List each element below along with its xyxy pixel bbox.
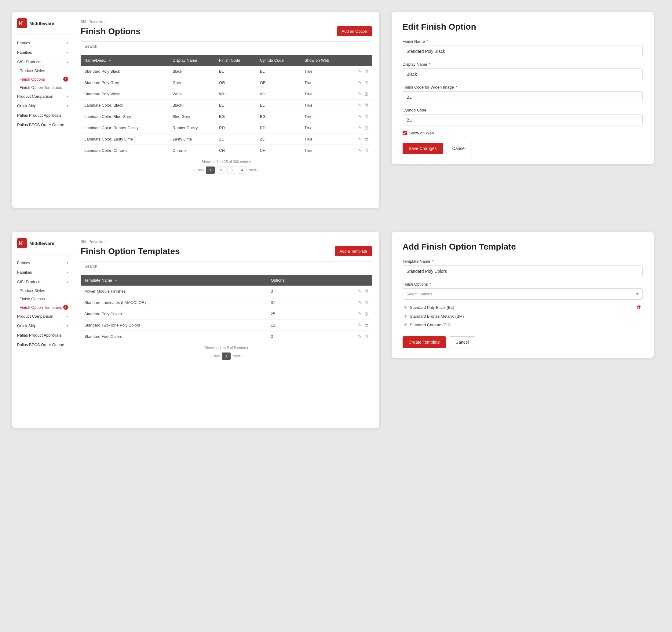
cell-show-on-web: True bbox=[301, 122, 347, 133]
delete-row-icon[interactable]: 🗑 bbox=[364, 114, 368, 119]
page-1-button-2[interactable]: 1 bbox=[222, 353, 231, 360]
delete-template-icon[interactable]: 🗑 bbox=[364, 300, 368, 305]
cell-finish-code: RD bbox=[215, 122, 256, 133]
next-button-2[interactable]: Next › bbox=[233, 354, 242, 358]
display-name-input[interactable] bbox=[403, 68, 643, 80]
delete-row-icon[interactable]: 🗑 bbox=[364, 148, 368, 153]
edit-template-icon[interactable]: ✎ bbox=[358, 322, 362, 327]
nav-badge: ! bbox=[63, 77, 68, 81]
sidebar-sub-finish-option-templates-2[interactable]: Finish Option Templates ! bbox=[12, 303, 73, 312]
col-finish-code: Finish Code bbox=[215, 55, 256, 66]
sidebar-item-quick-ship-2[interactable]: Quick Ship ▾ bbox=[12, 321, 73, 331]
sidebar-item-families-2[interactable]: Families ▾ bbox=[12, 268, 73, 277]
edit-row-icon[interactable]: ✎ bbox=[358, 103, 362, 107]
edit-template-icon[interactable]: ✎ bbox=[358, 289, 362, 294]
sidebar-item-product-comparison-2[interactable]: Product Comparison ▾ bbox=[12, 312, 73, 321]
chevron-down-icon: ▾ bbox=[67, 41, 68, 45]
sidebar-item-pallas-bpcs-2[interactable]: Pallas BPCS Order Queue bbox=[12, 340, 73, 349]
edit-template-icon[interactable]: ✎ bbox=[358, 300, 362, 305]
finish-name-input[interactable] bbox=[403, 46, 643, 57]
col-options: Options bbox=[267, 275, 324, 286]
table-row: Standard Poly Grey Grey GR GR True ✎ 🗑 bbox=[81, 77, 372, 88]
sort-icon-2[interactable]: ▼ bbox=[115, 279, 118, 282]
col-template-actions bbox=[324, 275, 372, 286]
edit-row-icon[interactable]: ✎ bbox=[358, 137, 362, 141]
edit-row-icon[interactable]: ✎ bbox=[358, 91, 362, 96]
cancel-button[interactable]: Cancel bbox=[446, 143, 472, 154]
add-option-button[interactable]: Add an Option bbox=[337, 26, 372, 37]
delete-row-icon[interactable]: 🗑 bbox=[364, 137, 368, 141]
show-on-web-checkbox[interactable] bbox=[403, 131, 407, 135]
delete-template-icon[interactable]: 🗑 bbox=[364, 289, 368, 294]
cell-cylindo-code: BG bbox=[256, 111, 301, 122]
finish-options-table: Name/Desc. ▼ Display Name Finish Code Cy… bbox=[81, 55, 372, 156]
sidebar-item-product-comparison[interactable]: Product Comparison ▾ bbox=[12, 92, 73, 101]
sidebar-item-sisi-products[interactable]: SISI Products ▴ bbox=[12, 57, 73, 67]
chevron-down-icon: ▾ bbox=[67, 95, 68, 98]
chevron-up-icon-2: ▴ bbox=[67, 280, 68, 284]
drag-handle-icon[interactable]: ✚ bbox=[404, 305, 407, 310]
template-name-input[interactable] bbox=[403, 265, 643, 277]
sidebar-sub-finish-option-templates[interactable]: Finish Option Templates bbox=[12, 83, 73, 92]
page-1-button[interactable]: 1 bbox=[206, 167, 215, 174]
delete-row-icon[interactable]: 🗑 bbox=[364, 91, 368, 96]
edit-row-icon[interactable]: ✎ bbox=[358, 148, 362, 153]
table-row: Laminate Color: Rubber Ducky Rubber Duck… bbox=[81, 122, 372, 133]
delete-template-icon[interactable]: 🗑 bbox=[364, 322, 368, 327]
col-show-on-web: Show on Web bbox=[301, 55, 347, 66]
delete-row-icon[interactable]: 🗑 bbox=[364, 80, 368, 85]
pagination-2[interactable]: ‹ Prev 1 Next › bbox=[84, 353, 368, 360]
delete-row-icon[interactable]: 🗑 bbox=[364, 69, 368, 74]
chevron-down-icon-5: ▾ bbox=[67, 324, 68, 327]
sidebar-item-pallas-bpcs[interactable]: Pallas BPCS Order Queue bbox=[12, 120, 73, 129]
edit-row-icon[interactable]: ✎ bbox=[358, 69, 362, 74]
delete-row-icon[interactable]: 🗑 bbox=[364, 125, 368, 130]
prev-button-2[interactable]: ‹ Prev bbox=[210, 354, 220, 358]
sidebar-item-fabrics[interactable]: Fabrics ▾ bbox=[12, 38, 73, 48]
edit-template-icon[interactable]: ✎ bbox=[358, 334, 362, 339]
sort-icon[interactable]: ▼ bbox=[109, 59, 112, 62]
cell-options-count: 31 bbox=[267, 297, 324, 308]
cell-cylindo-code: BL bbox=[256, 66, 301, 77]
delete-template-icon[interactable]: 🗑 bbox=[364, 311, 368, 316]
page-2-button[interactable]: 2 bbox=[217, 167, 225, 174]
page-4-button[interactable]: 4 bbox=[238, 167, 247, 174]
table-row: Standard Two-Tone Poly Colors 12 ✎ 🗑 bbox=[81, 319, 372, 331]
drag-handle-icon[interactable]: ✚ bbox=[404, 322, 407, 327]
sidebar-item-sisi-products-2[interactable]: SISI Products ▴ bbox=[12, 277, 73, 287]
sidebar-item-pallas-approvals[interactable]: Pallas Product Approvals bbox=[12, 111, 73, 120]
edit-row-icon[interactable]: ✎ bbox=[358, 80, 362, 85]
create-template-button[interactable]: Create Template bbox=[403, 336, 446, 348]
save-changes-button[interactable]: Save Changes bbox=[403, 143, 443, 154]
breadcrumb-2: SISI Products › bbox=[81, 240, 372, 244]
sidebar-item-pallas-approvals-2[interactable]: Pallas Product Approvals bbox=[12, 331, 73, 340]
sidebar-item-quick-ship[interactable]: Quick Ship ▾ bbox=[12, 101, 73, 111]
chevron-down-icon: ▾ bbox=[67, 104, 68, 107]
sidebar-item-fabrics-2[interactable]: Fabrics ▾ bbox=[12, 258, 73, 268]
delete-item-button[interactable]: 🗑 bbox=[637, 305, 642, 310]
finish-code-input[interactable] bbox=[403, 91, 643, 103]
edit-row-icon[interactable]: ✎ bbox=[358, 125, 362, 130]
search-input[interactable] bbox=[81, 41, 372, 51]
next-button[interactable]: Next › bbox=[248, 168, 258, 172]
table-row: Standard Poly Black Black BL BL True ✎ 🗑 bbox=[81, 66, 372, 77]
pagination[interactable]: ‹ Prev 1 2 3 4 Next › bbox=[84, 167, 368, 174]
sidebar-item-families[interactable]: Families ▾ bbox=[12, 48, 73, 57]
search-input-2[interactable] bbox=[81, 261, 372, 271]
cell-name: Laminate Color: Black bbox=[81, 100, 169, 111]
edit-row-icon[interactable]: ✎ bbox=[358, 114, 362, 119]
cancel-template-button[interactable]: Cancel bbox=[449, 336, 475, 348]
delete-template-icon[interactable]: 🗑 bbox=[364, 334, 368, 339]
sidebar-sub-finish-options-2[interactable]: Finish Options bbox=[12, 295, 73, 303]
finish-options-select[interactable]: Select Options bbox=[403, 288, 643, 300]
cylindo-code-input[interactable] bbox=[403, 114, 643, 126]
sidebar-sub-finish-options[interactable]: Finish Options ! bbox=[12, 75, 73, 83]
drag-handle-icon[interactable]: ✚ bbox=[404, 314, 407, 319]
delete-row-icon[interactable]: 🗑 bbox=[364, 103, 368, 107]
page-3-button[interactable]: 3 bbox=[227, 167, 236, 174]
edit-template-icon[interactable]: ✎ bbox=[358, 311, 362, 316]
add-template-button[interactable]: Add a Template bbox=[335, 246, 372, 256]
sidebar-sub-product-styles[interactable]: Product Styles bbox=[12, 67, 73, 75]
sidebar-sub-product-styles-2[interactable]: Product Styles bbox=[12, 287, 73, 295]
prev-button[interactable]: ‹ Prev bbox=[194, 168, 204, 172]
